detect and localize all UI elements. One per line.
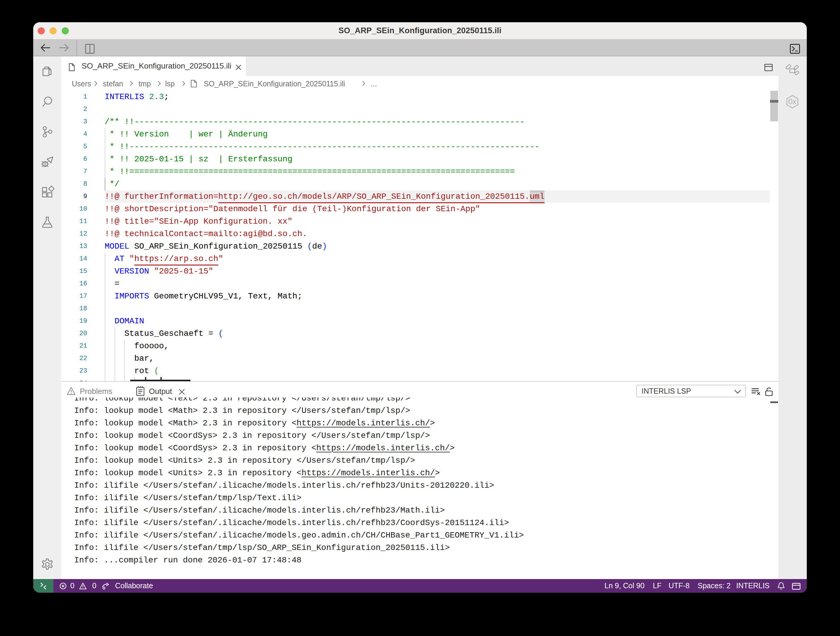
svg-text:0x: 0x [788, 97, 796, 106]
